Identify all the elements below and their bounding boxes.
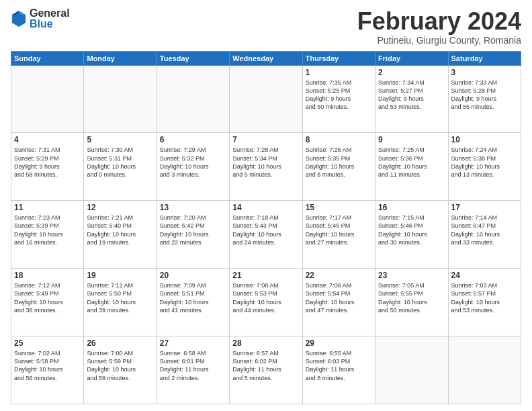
calendar-cell: 2Sunrise: 7:34 AMSunset: 5:27 PMDaylight…: [375, 65, 448, 133]
day-number: 2: [378, 68, 445, 77]
day-number: 16: [378, 203, 445, 212]
calendar-cell: 22Sunrise: 7:06 AMSunset: 5:54 PMDayligh…: [302, 269, 375, 336]
day-number: 15: [306, 203, 372, 212]
calendar-cell: 15Sunrise: 7:17 AMSunset: 5:45 PMDayligh…: [302, 201, 375, 269]
logo-text: General Blue: [30, 8, 70, 30]
weekday-header-thursday: Thursday: [302, 51, 375, 65]
calendar-cell: [375, 336, 448, 404]
calendar-cell: 16Sunrise: 7:15 AMSunset: 5:46 PMDayligh…: [375, 201, 448, 269]
calendar-cell: 28Sunrise: 6:57 AMSunset: 6:02 PMDayligh…: [230, 336, 302, 404]
weekday-header-wednesday: Wednesday: [230, 51, 302, 65]
calendar-header-row: SundayMondayTuesdayWednesdayThursdayFrid…: [11, 51, 521, 65]
calendar-cell: 25Sunrise: 7:02 AMSunset: 5:58 PMDayligh…: [11, 336, 84, 404]
calendar-week-1: 1Sunrise: 7:35 AMSunset: 5:25 PMDaylight…: [11, 65, 521, 133]
day-number: 7: [232, 135, 299, 144]
weekday-header-friday: Friday: [375, 51, 448, 65]
calendar-cell: 7Sunrise: 7:28 AMSunset: 5:34 PMDaylight…: [230, 133, 302, 201]
day-number: 6: [160, 135, 226, 144]
calendar-cell: 23Sunrise: 7:05 AMSunset: 5:55 PMDayligh…: [375, 269, 448, 336]
day-number: 4: [14, 135, 81, 144]
day-number: 29: [306, 338, 372, 348]
weekday-header-sunday: Sunday: [11, 51, 84, 65]
day-number: 26: [87, 338, 153, 348]
day-number: 18: [14, 271, 81, 280]
day-info: Sunrise: 6:55 AMSunset: 6:03 PMDaylight:…: [306, 349, 372, 382]
day-number: 23: [378, 271, 445, 280]
day-number: 27: [160, 338, 226, 348]
day-info: Sunrise: 7:11 AMSunset: 5:50 PMDaylight:…: [87, 281, 153, 314]
day-number: 9: [378, 135, 445, 144]
day-info: Sunrise: 6:58 AMSunset: 6:01 PMDaylight:…: [160, 349, 226, 382]
day-number: 19: [87, 271, 153, 280]
day-info: Sunrise: 7:23 AMSunset: 5:39 PMDaylight:…: [14, 214, 81, 246]
calendar-cell: [448, 336, 521, 404]
day-info: Sunrise: 7:35 AMSunset: 5:25 PMDaylight:…: [306, 79, 372, 111]
calendar-cell: 17Sunrise: 7:14 AMSunset: 5:47 PMDayligh…: [448, 201, 521, 269]
month-title: February 2024: [357, 8, 521, 35]
day-info: Sunrise: 7:28 AMSunset: 5:34 PMDaylight:…: [232, 146, 299, 179]
calendar-cell: [11, 65, 84, 133]
day-number: 22: [306, 271, 372, 280]
calendar-cell: 4Sunrise: 7:31 AMSunset: 5:29 PMDaylight…: [11, 133, 84, 201]
calendar-cell: 6Sunrise: 7:29 AMSunset: 5:32 PMDaylight…: [157, 133, 229, 201]
calendar-cell: 29Sunrise: 6:55 AMSunset: 6:03 PMDayligh…: [302, 336, 375, 404]
day-info: Sunrise: 7:26 AMSunset: 5:35 PMDaylight:…: [306, 146, 372, 179]
day-number: 21: [232, 271, 299, 280]
day-info: Sunrise: 7:09 AMSunset: 5:51 PMDaylight:…: [160, 281, 226, 314]
calendar-cell: 13Sunrise: 7:20 AMSunset: 5:42 PMDayligh…: [157, 201, 229, 269]
day-number: 20: [160, 271, 226, 280]
weekday-header-monday: Monday: [84, 51, 157, 65]
calendar-week-4: 18Sunrise: 7:12 AMSunset: 5:49 PMDayligh…: [11, 269, 521, 336]
calendar-cell: 11Sunrise: 7:23 AMSunset: 5:39 PMDayligh…: [11, 201, 84, 269]
day-number: 17: [451, 203, 518, 212]
calendar-cell: 14Sunrise: 7:18 AMSunset: 5:43 PMDayligh…: [230, 201, 302, 269]
day-info: Sunrise: 7:20 AMSunset: 5:42 PMDaylight:…: [160, 214, 226, 246]
day-number: 8: [306, 135, 372, 144]
day-info: Sunrise: 7:08 AMSunset: 5:53 PMDaylight:…: [232, 281, 299, 314]
weekday-header-saturday: Saturday: [448, 51, 521, 65]
day-info: Sunrise: 7:05 AMSunset: 5:55 PMDaylight:…: [378, 281, 445, 314]
calendar-cell: 5Sunrise: 7:30 AMSunset: 5:31 PMDaylight…: [84, 133, 157, 201]
day-info: Sunrise: 7:14 AMSunset: 5:47 PMDaylight:…: [451, 214, 518, 246]
weekday-header-tuesday: Tuesday: [157, 51, 229, 65]
calendar-cell: 20Sunrise: 7:09 AMSunset: 5:51 PMDayligh…: [157, 269, 229, 336]
calendar-week-3: 11Sunrise: 7:23 AMSunset: 5:39 PMDayligh…: [11, 201, 521, 269]
location-title: Putineiu, Giurgiu County, Romania: [357, 35, 521, 46]
logo: General Blue: [11, 8, 70, 30]
day-info: Sunrise: 7:30 AMSunset: 5:31 PMDaylight:…: [87, 146, 153, 179]
svg-marker-0: [12, 11, 26, 27]
day-number: 10: [451, 135, 518, 144]
logo-blue-text: Blue: [30, 19, 70, 30]
calendar-week-5: 25Sunrise: 7:02 AMSunset: 5:58 PMDayligh…: [11, 336, 521, 404]
day-number: 28: [232, 338, 299, 348]
day-number: 13: [160, 203, 226, 212]
calendar-cell: 1Sunrise: 7:35 AMSunset: 5:25 PMDaylight…: [302, 65, 375, 133]
day-info: Sunrise: 7:29 AMSunset: 5:32 PMDaylight:…: [160, 146, 226, 179]
day-info: Sunrise: 7:21 AMSunset: 5:40 PMDaylight:…: [87, 214, 153, 246]
calendar-week-2: 4Sunrise: 7:31 AMSunset: 5:29 PMDaylight…: [11, 133, 521, 201]
day-info: Sunrise: 7:03 AMSunset: 5:57 PMDaylight:…: [451, 281, 518, 314]
calendar-cell: [84, 65, 157, 133]
calendar-table: SundayMondayTuesdayWednesdayThursdayFrid…: [11, 51, 521, 404]
day-info: Sunrise: 7:12 AMSunset: 5:49 PMDaylight:…: [14, 281, 81, 314]
calendar-cell: 21Sunrise: 7:08 AMSunset: 5:53 PMDayligh…: [230, 269, 302, 336]
day-number: 24: [451, 271, 518, 280]
title-block: February 2024 Putineiu, Giurgiu County, …: [357, 8, 521, 46]
calendar-cell: [157, 65, 229, 133]
calendar-cell: 19Sunrise: 7:11 AMSunset: 5:50 PMDayligh…: [84, 269, 157, 336]
day-info: Sunrise: 7:17 AMSunset: 5:45 PMDaylight:…: [306, 214, 372, 246]
calendar-cell: 9Sunrise: 7:25 AMSunset: 5:36 PMDaylight…: [375, 133, 448, 201]
calendar-cell: 10Sunrise: 7:24 AMSunset: 5:38 PMDayligh…: [448, 133, 521, 201]
day-info: Sunrise: 7:25 AMSunset: 5:36 PMDaylight:…: [378, 146, 445, 179]
day-info: Sunrise: 7:33 AMSunset: 5:28 PMDaylight:…: [451, 79, 518, 111]
logo-general-text: General: [30, 8, 70, 19]
day-number: 1: [306, 68, 372, 77]
calendar-cell: 8Sunrise: 7:26 AMSunset: 5:35 PMDaylight…: [302, 133, 375, 201]
day-info: Sunrise: 6:57 AMSunset: 6:02 PMDaylight:…: [232, 349, 299, 382]
day-info: Sunrise: 7:31 AMSunset: 5:29 PMDaylight:…: [14, 146, 81, 179]
day-info: Sunrise: 7:02 AMSunset: 5:58 PMDaylight:…: [14, 349, 81, 382]
day-info: Sunrise: 7:00 AMSunset: 5:59 PMDaylight:…: [87, 349, 153, 382]
day-number: 14: [232, 203, 299, 212]
day-number: 12: [87, 203, 153, 212]
day-number: 5: [87, 135, 153, 144]
